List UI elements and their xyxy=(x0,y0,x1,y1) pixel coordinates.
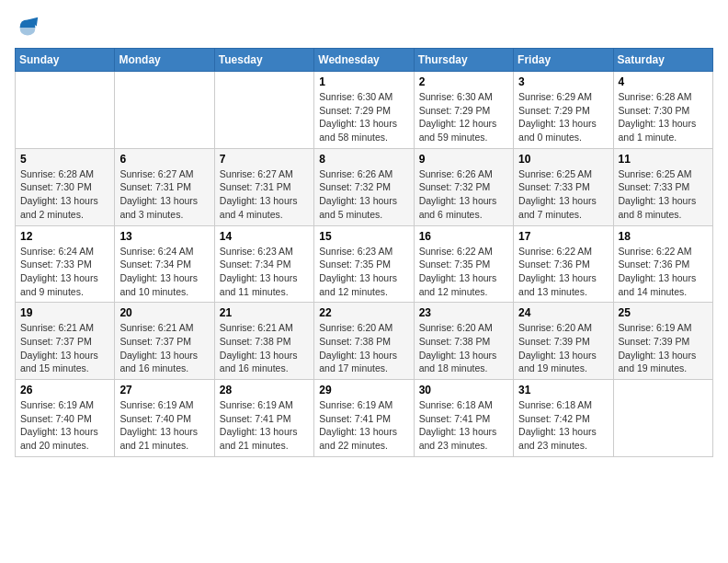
calendar-cell: 20Sunrise: 6:21 AMSunset: 7:37 PMDayligh… xyxy=(115,303,214,380)
calendar-week-3: 12Sunrise: 6:24 AMSunset: 7:33 PMDayligh… xyxy=(16,225,713,303)
day-info: Sunrise: 6:20 AMSunset: 7:39 PMDaylight:… xyxy=(518,321,608,375)
day-info: Sunrise: 6:27 AMSunset: 7:31 PMDaylight:… xyxy=(220,167,309,222)
calendar-cell: 28Sunrise: 6:19 AMSunset: 7:41 PMDayligh… xyxy=(214,380,313,457)
day-number: 1 xyxy=(319,75,408,88)
calendar-week-4: 19Sunrise: 6:21 AMSunset: 7:37 PMDayligh… xyxy=(16,303,713,380)
day-info: Sunrise: 6:18 AMSunset: 7:41 PMDaylight:… xyxy=(419,398,508,453)
calendar-cell: 17Sunrise: 6:22 AMSunset: 7:36 PMDayligh… xyxy=(514,225,613,303)
day-number: 2 xyxy=(419,75,508,88)
day-info: Sunrise: 6:19 AMSunset: 7:41 PMDaylight:… xyxy=(319,398,408,453)
day-number: 9 xyxy=(419,153,508,166)
calendar-cell: 19Sunrise: 6:21 AMSunset: 7:37 PMDayligh… xyxy=(16,303,115,380)
day-info: Sunrise: 6:27 AMSunset: 7:31 PMDaylight:… xyxy=(119,167,209,222)
calendar-cell: 18Sunrise: 6:22 AMSunset: 7:36 PMDayligh… xyxy=(613,225,712,303)
day-number: 31 xyxy=(518,384,608,396)
day-number: 30 xyxy=(419,384,508,396)
calendar-cell: 29Sunrise: 6:19 AMSunset: 7:41 PMDayligh… xyxy=(314,380,414,457)
day-number: 23 xyxy=(419,306,508,319)
day-header-sunday: Sunday xyxy=(16,49,115,72)
day-info: Sunrise: 6:19 AMSunset: 7:41 PMDaylight:… xyxy=(220,398,309,453)
logo xyxy=(15,15,44,40)
day-number: 15 xyxy=(319,230,408,243)
calendar-cell: 21Sunrise: 6:21 AMSunset: 7:38 PMDayligh… xyxy=(214,303,313,380)
day-info: Sunrise: 6:22 AMSunset: 7:36 PMDaylight:… xyxy=(619,245,708,299)
calendar-cell: 9Sunrise: 6:26 AMSunset: 7:32 PMDaylight… xyxy=(414,148,513,225)
day-header-wednesday: Wednesday xyxy=(314,49,414,72)
day-info: Sunrise: 6:21 AMSunset: 7:38 PMDaylight:… xyxy=(220,321,309,375)
calendar-cell: 11Sunrise: 6:25 AMSunset: 7:33 PMDayligh… xyxy=(613,148,712,225)
calendar-cell: 15Sunrise: 6:23 AMSunset: 7:35 PMDayligh… xyxy=(314,225,414,303)
calendar-cell xyxy=(214,72,313,149)
day-info: Sunrise: 6:23 AMSunset: 7:34 PMDaylight:… xyxy=(220,245,309,299)
day-number: 7 xyxy=(220,153,309,166)
day-info: Sunrise: 6:22 AMSunset: 7:36 PMDaylight:… xyxy=(518,245,608,299)
day-number: 6 xyxy=(119,153,209,166)
day-number: 18 xyxy=(619,230,708,243)
day-info: Sunrise: 6:19 AMSunset: 7:40 PMDaylight:… xyxy=(119,398,209,453)
calendar-cell: 13Sunrise: 6:24 AMSunset: 7:34 PMDayligh… xyxy=(115,225,214,303)
day-number: 22 xyxy=(319,306,408,319)
day-info: Sunrise: 6:28 AMSunset: 7:30 PMDaylight:… xyxy=(619,90,708,144)
calendar-cell: 31Sunrise: 6:18 AMSunset: 7:42 PMDayligh… xyxy=(514,380,613,457)
day-number: 20 xyxy=(119,306,209,319)
calendar-week-5: 26Sunrise: 6:19 AMSunset: 7:40 PMDayligh… xyxy=(16,380,713,457)
day-number: 27 xyxy=(119,384,209,396)
calendar-week-1: 1Sunrise: 6:30 AMSunset: 7:29 PMDaylight… xyxy=(16,72,713,149)
day-header-thursday: Thursday xyxy=(414,49,513,72)
day-info: Sunrise: 6:18 AMSunset: 7:42 PMDaylight:… xyxy=(518,398,608,453)
calendar-cell: 6Sunrise: 6:27 AMSunset: 7:31 PMDaylight… xyxy=(115,148,214,225)
day-header-tuesday: Tuesday xyxy=(214,49,313,72)
day-info: Sunrise: 6:26 AMSunset: 7:32 PMDaylight:… xyxy=(419,167,508,222)
calendar-cell: 27Sunrise: 6:19 AMSunset: 7:40 PMDayligh… xyxy=(115,380,214,457)
calendar-week-2: 5Sunrise: 6:28 AMSunset: 7:30 PMDaylight… xyxy=(16,148,713,225)
calendar-table: SundayMondayTuesdayWednesdayThursdayFrid… xyxy=(15,48,713,457)
day-number: 17 xyxy=(518,230,608,243)
day-info: Sunrise: 6:23 AMSunset: 7:35 PMDaylight:… xyxy=(319,245,408,299)
day-info: Sunrise: 6:20 AMSunset: 7:38 PMDaylight:… xyxy=(419,321,508,375)
day-info: Sunrise: 6:25 AMSunset: 7:33 PMDaylight:… xyxy=(619,167,708,222)
day-info: Sunrise: 6:19 AMSunset: 7:39 PMDaylight:… xyxy=(619,321,708,375)
day-info: Sunrise: 6:20 AMSunset: 7:38 PMDaylight:… xyxy=(319,321,408,375)
day-number: 12 xyxy=(20,230,109,243)
day-number: 8 xyxy=(319,153,408,166)
logo-icon xyxy=(15,15,40,40)
calendar-cell xyxy=(16,72,115,149)
calendar-cell: 23Sunrise: 6:20 AMSunset: 7:38 PMDayligh… xyxy=(414,303,513,380)
calendar-cell: 1Sunrise: 6:30 AMSunset: 7:29 PMDaylight… xyxy=(314,72,414,149)
calendar-cell: 2Sunrise: 6:30 AMSunset: 7:29 PMDaylight… xyxy=(414,72,513,149)
day-number: 11 xyxy=(619,153,708,166)
calendar-cell xyxy=(613,380,712,457)
day-info: Sunrise: 6:29 AMSunset: 7:29 PMDaylight:… xyxy=(518,90,608,144)
calendar-cell: 8Sunrise: 6:26 AMSunset: 7:32 PMDaylight… xyxy=(314,148,414,225)
day-header-monday: Monday xyxy=(115,49,214,72)
day-number: 14 xyxy=(220,230,309,243)
calendar-cell: 12Sunrise: 6:24 AMSunset: 7:33 PMDayligh… xyxy=(16,225,115,303)
calendar-cell: 5Sunrise: 6:28 AMSunset: 7:30 PMDaylight… xyxy=(16,148,115,225)
day-number: 13 xyxy=(119,230,209,243)
calendar-cell: 3Sunrise: 6:29 AMSunset: 7:29 PMDaylight… xyxy=(514,72,613,149)
calendar-cell xyxy=(115,72,214,149)
day-number: 16 xyxy=(419,230,508,243)
calendar-cell: 14Sunrise: 6:23 AMSunset: 7:34 PMDayligh… xyxy=(214,225,313,303)
day-header-saturday: Saturday xyxy=(613,49,712,72)
day-number: 21 xyxy=(220,306,309,319)
day-number: 24 xyxy=(518,306,608,319)
day-info: Sunrise: 6:30 AMSunset: 7:29 PMDaylight:… xyxy=(419,90,508,144)
day-info: Sunrise: 6:26 AMSunset: 7:32 PMDaylight:… xyxy=(319,167,408,222)
calendar-cell: 30Sunrise: 6:18 AMSunset: 7:41 PMDayligh… xyxy=(414,380,513,457)
day-header-friday: Friday xyxy=(514,49,613,72)
day-info: Sunrise: 6:30 AMSunset: 7:29 PMDaylight:… xyxy=(319,90,408,144)
day-number: 5 xyxy=(20,153,109,166)
day-number: 10 xyxy=(518,153,608,166)
calendar-cell: 25Sunrise: 6:19 AMSunset: 7:39 PMDayligh… xyxy=(613,303,712,380)
day-info: Sunrise: 6:21 AMSunset: 7:37 PMDaylight:… xyxy=(119,321,209,375)
calendar-cell: 26Sunrise: 6:19 AMSunset: 7:40 PMDayligh… xyxy=(16,380,115,457)
day-number: 3 xyxy=(518,75,608,88)
day-number: 19 xyxy=(20,306,109,319)
day-info: Sunrise: 6:25 AMSunset: 7:33 PMDaylight:… xyxy=(518,167,608,222)
day-number: 25 xyxy=(619,306,708,319)
day-number: 26 xyxy=(20,384,109,396)
day-info: Sunrise: 6:24 AMSunset: 7:34 PMDaylight:… xyxy=(119,245,209,299)
calendar-cell: 4Sunrise: 6:28 AMSunset: 7:30 PMDaylight… xyxy=(613,72,712,149)
day-number: 4 xyxy=(619,75,708,88)
